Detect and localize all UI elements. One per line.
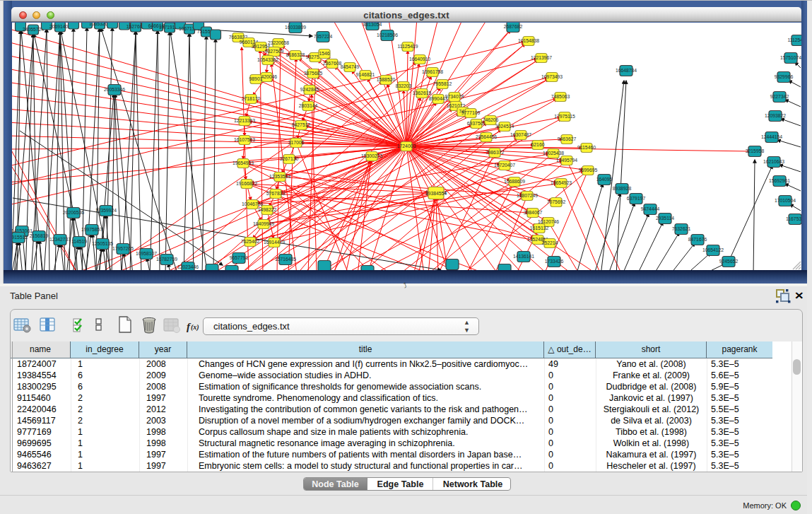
svg-text:7357224: 7357224 xyxy=(314,34,333,39)
svg-text:10543362: 10543362 xyxy=(257,57,278,62)
svg-text:2156819: 2156819 xyxy=(30,233,49,238)
svg-text:24055724: 24055724 xyxy=(23,27,44,32)
svg-text:9227342: 9227342 xyxy=(770,94,789,99)
svg-text:7485063: 7485063 xyxy=(551,94,570,99)
svg-text:2367608: 2367608 xyxy=(323,61,342,66)
svg-text:9327509: 9327509 xyxy=(265,49,284,54)
svg-text:9734078: 9734078 xyxy=(445,94,464,99)
svg-text:15716485: 15716485 xyxy=(275,257,296,262)
svg-text:23564456: 23564456 xyxy=(476,134,497,139)
svg-text:746206: 746206 xyxy=(483,117,499,122)
svg-text:2687682: 2687682 xyxy=(504,24,523,29)
svg-text:317006: 317006 xyxy=(288,140,305,145)
svg-text:98901: 98901 xyxy=(249,76,263,81)
svg-text:8938928: 8938928 xyxy=(613,186,632,191)
svg-text:10688609: 10688609 xyxy=(504,179,525,184)
svg-text:11125419: 11125419 xyxy=(397,44,418,49)
svg-text:12213363: 12213363 xyxy=(234,118,255,123)
svg-text:3267130: 3267130 xyxy=(280,156,299,161)
svg-text:10973493: 10973493 xyxy=(541,74,563,79)
svg-text:16033809: 16033809 xyxy=(285,25,306,30)
svg-text:9474444: 9474444 xyxy=(641,206,660,211)
svg-text:62160: 62160 xyxy=(531,142,545,147)
svg-text:12342737: 12342737 xyxy=(49,237,71,242)
svg-text:7986372: 7986372 xyxy=(486,150,505,155)
svg-text:12505135: 12505135 xyxy=(92,241,113,246)
svg-text:8186328: 8186328 xyxy=(286,52,305,57)
svg-text:12093822: 12093822 xyxy=(765,113,786,118)
svg-text:114519: 114519 xyxy=(71,239,87,244)
svg-text:16914479: 16914479 xyxy=(264,240,285,245)
svg-text:16648784: 16648784 xyxy=(616,68,637,73)
svg-text:3024514: 3024514 xyxy=(495,124,514,129)
svg-text:2935114: 2935114 xyxy=(656,216,674,221)
svg-text:16782759: 16782759 xyxy=(156,257,177,262)
svg-text:1724003: 1724003 xyxy=(397,144,416,148)
svg-text:16210643: 16210643 xyxy=(763,159,784,164)
svg-text:1498222: 1498222 xyxy=(258,207,277,212)
svg-text:12353594: 12353594 xyxy=(269,174,290,179)
svg-text:164095: 164095 xyxy=(596,177,613,182)
svg-text:12213967: 12213967 xyxy=(531,55,552,60)
svg-text:3875685: 3875685 xyxy=(304,71,323,76)
svg-text:15692961: 15692961 xyxy=(769,178,790,183)
svg-text:16307487: 16307487 xyxy=(510,132,531,137)
svg-text:17359924: 17359924 xyxy=(95,208,117,213)
svg-text:13495794: 13495794 xyxy=(556,158,577,163)
svg-text:1362615: 1362615 xyxy=(413,90,432,95)
svg-text:5767833: 5767833 xyxy=(266,191,286,196)
svg-text:15300273: 15300273 xyxy=(361,153,382,158)
svg-text:9115460: 9115460 xyxy=(577,145,596,150)
svg-text:10218506: 10218506 xyxy=(377,33,398,37)
svg-text:252214: 252214 xyxy=(542,240,558,245)
svg-text:7955812: 7955812 xyxy=(433,81,452,86)
svg-text:14136141: 14136141 xyxy=(513,254,534,259)
svg-text:19166822: 19166822 xyxy=(236,181,257,186)
svg-text:1733426: 1733426 xyxy=(545,259,564,264)
svg-text:19384554: 19384554 xyxy=(425,191,447,196)
svg-text:9146821: 9146821 xyxy=(356,72,375,77)
svg-text:17010504: 17010504 xyxy=(775,198,796,203)
svg-text:10654122: 10654122 xyxy=(702,247,724,252)
svg-text:8454749: 8454749 xyxy=(341,64,360,69)
svg-text:9329966: 9329966 xyxy=(775,74,794,79)
svg-text:7632621: 7632621 xyxy=(672,226,691,231)
svg-text:1615132: 1615132 xyxy=(530,226,549,230)
svg-text:1546: 1546 xyxy=(319,51,329,56)
svg-text:12023446: 12023446 xyxy=(177,264,199,269)
svg-text:18409949: 18409949 xyxy=(253,221,274,226)
svg-text:19654933: 19654933 xyxy=(233,160,254,165)
svg-text:17975115: 17975115 xyxy=(554,114,575,119)
svg-text:10154838: 10154838 xyxy=(518,38,539,43)
svg-text:3915512: 3915512 xyxy=(12,235,28,240)
svg-text:8427512: 8427512 xyxy=(292,122,311,127)
svg-text:2718170: 2718170 xyxy=(242,96,261,101)
svg-text:17957265: 17957265 xyxy=(112,246,134,251)
svg-text:16961758: 16961758 xyxy=(422,69,443,74)
svg-text:9777109: 9777109 xyxy=(461,110,481,115)
svg-text:6379197: 6379197 xyxy=(627,196,646,201)
svg-text:20206536: 20206536 xyxy=(63,210,84,215)
svg-text:10046766: 10046766 xyxy=(242,201,263,206)
svg-text:16107563: 16107563 xyxy=(234,137,255,142)
svg-text:15720407: 15720407 xyxy=(494,163,515,168)
svg-text:832203: 832203 xyxy=(396,83,412,88)
svg-text:9463627: 9463627 xyxy=(558,136,577,141)
svg-text:11125419: 11125419 xyxy=(787,37,801,42)
svg-text:20053346: 20053346 xyxy=(104,87,125,92)
svg-text:7625402: 7625402 xyxy=(241,239,260,244)
svg-text:2803144: 2803144 xyxy=(299,103,318,108)
svg-text:19654923: 19654923 xyxy=(551,180,572,185)
svg-text:8471676: 8471676 xyxy=(688,237,707,242)
svg-text:3984067: 3984067 xyxy=(524,210,543,215)
svg-text:10025438: 10025438 xyxy=(543,151,564,156)
svg-text:10958107: 10958107 xyxy=(136,251,157,256)
svg-text:9242845: 9242845 xyxy=(300,87,319,92)
svg-text:7075692: 7075692 xyxy=(547,199,566,204)
svg-text:3215958: 3215958 xyxy=(746,148,765,153)
svg-text:12444154: 12444154 xyxy=(761,134,782,139)
svg-text:8813054: 8813054 xyxy=(363,23,382,27)
svg-text:9657791: 9657791 xyxy=(230,255,249,260)
svg-text:23220658: 23220658 xyxy=(268,40,289,45)
svg-text:16640910: 16640910 xyxy=(409,57,430,62)
